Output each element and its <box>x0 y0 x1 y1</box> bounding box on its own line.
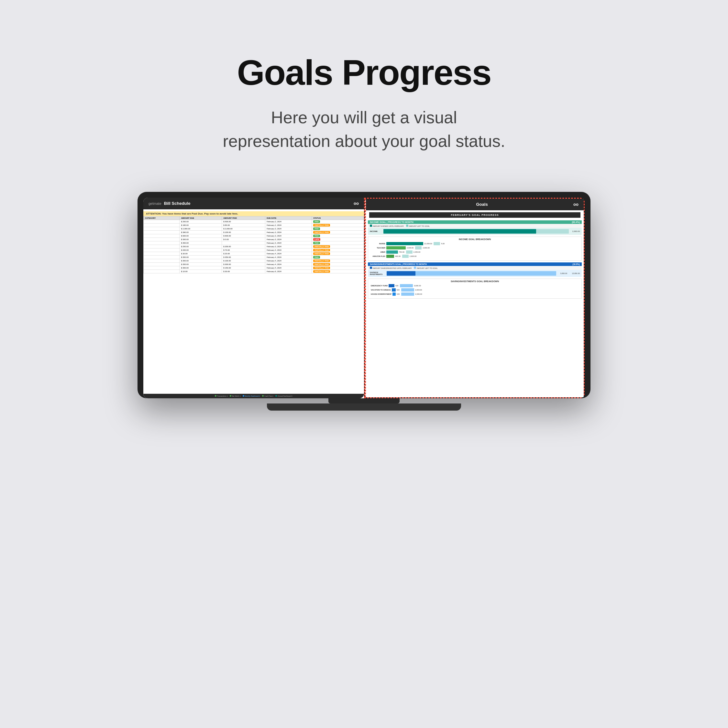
income-bar-value: 2,000.00 <box>570 230 580 232</box>
income-goal-section: INCOME GOAL | PROGRESS TO MONTH (82.4%) … <box>368 220 582 235</box>
laptop-base <box>267 404 461 411</box>
tab-monthly-dashboard[interactable]: Monthly Dashboard ▾ <box>243 395 260 397</box>
income-breakdown-section: INCOME GOAL BREAKDOWN NURSE 13,000.00 5.… <box>368 237 582 261</box>
col-status: STATUS <box>312 216 364 220</box>
goals-panel: Goals oo FEBRUARY'S GOAL PROGRESS <box>364 198 585 398</box>
col-category: CATEGORY <box>144 216 180 220</box>
income-bar-label: INCOME <box>370 230 382 232</box>
february-header: FEBRUARY'S GOAL PROGRESS <box>369 212 580 218</box>
left-logo-icon: oo <box>354 201 359 206</box>
col-due-date: DUE DATE <box>265 216 312 220</box>
savings-bar-remainder: 13,950.00 <box>569 272 580 274</box>
savings-goal-section: SAVINGS/INVESTMENTS GOAL | PROGRESS TO M… <box>368 262 582 277</box>
savings-breakdown-row: HOUSE DOWNPAYMENT 520 2,000.00 <box>371 292 579 296</box>
savings-breakdown-section: SAVING/INVESTMENTS GOAL BREAKDOWN EMERGE… <box>368 278 582 299</box>
income-breakdown-title: INCOME GOAL BREAKDOWN <box>369 237 581 241</box>
tab-net-worth[interactable]: Net Worth ▾ <box>230 395 241 397</box>
col-amount-paid: AMOUNT PAID <box>222 216 265 220</box>
income-goal-percentage: (82.4%) <box>572 221 580 223</box>
goals-title: Goals <box>476 202 488 207</box>
income-goal-title: INCOME GOAL | PROGRESS TO MONTH <box>370 221 413 223</box>
attention-bar: ATTENTION: You have items that are Past … <box>143 211 364 216</box>
savings-bar-label: SAVINGS/INVESTMENTS <box>370 271 385 275</box>
savings-bar-value: 3,650.00 <box>557 272 567 274</box>
tab-transactions[interactable]: Transactions ▾ <box>215 395 228 397</box>
page-subtitle: Here you will get a visualrepresentation… <box>223 106 505 153</box>
income-breakdown-row: NURSE 13,000.00 5.00 <box>371 242 579 245</box>
brand-label: getmate <box>148 202 161 205</box>
page-title: Goals Progress <box>237 52 491 93</box>
savings-breakdown-row: VACATION TO GREECE 520 2,000.00 <box>371 288 579 292</box>
tab-cash-flow[interactable]: Cash Flow ▾ <box>262 395 274 397</box>
savings-breakdown-title: SAVING/INVESTMENTS GOAL BREAKDOWN <box>369 280 581 283</box>
bill-table: CATEGORY AMOUNT DUE AMOUNT PAID DUE DATE… <box>143 216 364 274</box>
income-breakdown-row: UBER 750.00 2,250.00 <box>371 251 579 254</box>
tab-annual-dashboard[interactable]: Annual Dashboard ▾ <box>275 395 292 397</box>
laptop-stand <box>329 398 399 404</box>
savings-breakdown-row: EMERGENCY FUND 520 3,830.00 <box>371 284 579 287</box>
bill-schedule-panel: getmate Bill Schedule oo ATTENTION: You … <box>143 198 364 398</box>
right-logo-icon: oo <box>574 202 578 207</box>
income-breakdown-row: AMAZON FLEX 400.00 2,600.00 <box>371 255 579 258</box>
tab-bar: Transactions ▾ Net Worth ▾ Monthly Dashb… <box>143 394 364 398</box>
savings-goal-percentage: (16.9%) <box>572 263 580 265</box>
bill-schedule-title: Bill Schedule <box>164 201 191 206</box>
laptop: getmate Bill Schedule oo ATTENTION: You … <box>138 192 590 411</box>
income-breakdown-row: TEACHER 2,000.00 2,000.00 <box>371 246 579 249</box>
col-amount-due: AMOUNT DUE <box>180 216 222 220</box>
savings-goal-title: SAVINGS/INVESTMENTS GOAL | PROGRESS TO M… <box>370 263 427 265</box>
